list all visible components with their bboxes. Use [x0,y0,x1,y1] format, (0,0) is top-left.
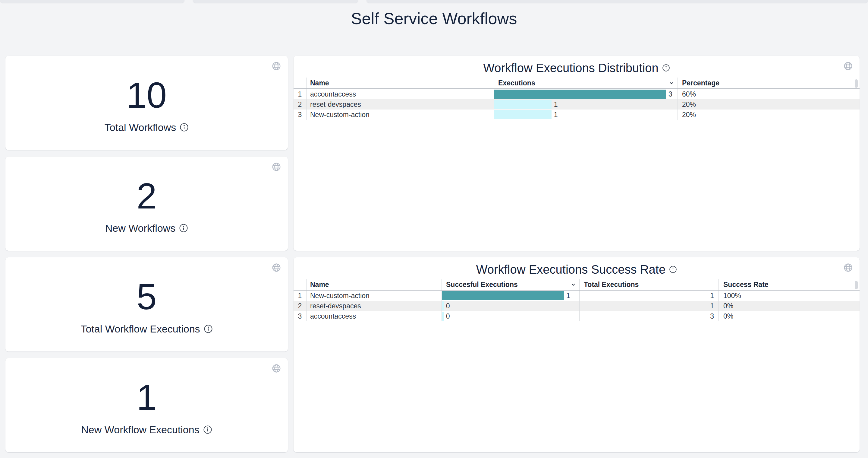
cell-total-executions: 3 [579,311,718,321]
page-title: Self Service Workflows [0,0,868,28]
cell-name: accountaccess [306,89,494,99]
cell-percentage: 60% [678,89,860,99]
header-percentage[interactable]: Percentage [678,78,860,88]
cell-percentage: 20% [678,99,860,110]
bar-value: 0 [446,312,450,320]
header-name[interactable]: Name [306,279,441,290]
info-icon[interactable] [203,425,212,434]
cell-total-executions: 1 [579,301,718,311]
bar-value: 1 [554,101,558,109]
stat-value: 5 [136,279,157,315]
cell-successful-bar: 1 [441,290,579,301]
info-icon[interactable] [204,324,213,334]
table-row[interactable]: 2 reset-devspaces 0 1 0% [293,301,860,311]
globe-icon[interactable] [843,263,853,273]
header-executions[interactable]: Executions [494,78,678,88]
info-icon[interactable] [669,265,677,274]
stat-label: New Workflows [105,222,176,234]
row-number: 3 [293,110,306,120]
table-card-executions-distribution: Workflow Executions Distribution Name Ex… [293,56,860,251]
bar-value: 3 [669,90,673,98]
stat-card-new-workflow-executions: 1 New Workflow Executions [5,358,288,452]
stat-label: Total Workflows [104,122,176,133]
stat-value: 1 [136,379,157,416]
cell-total-executions: 1 [579,290,718,301]
chevron-down-icon [669,80,675,86]
cell-executions-bar: 3 [494,89,678,99]
row-number: 3 [293,311,306,321]
executions-distribution-table: Name Executions Percentage 1 accountacce… [293,78,860,120]
cell-success-rate: 100% [718,290,860,301]
cell-success-rate: 0% [718,311,860,321]
table-header-row: Name Succesful Executions Total Executio… [293,279,860,290]
row-number: 1 [293,89,306,99]
table-title: Workflow Executions Distribution [483,61,658,75]
table-row[interactable]: 1 accountaccess 3 60% [293,89,860,99]
cell-name: New-custom-action [306,290,441,301]
cell-name: accountaccess [306,311,441,321]
info-icon[interactable] [179,224,188,233]
info-icon[interactable] [662,64,670,72]
chevron-down-icon [570,282,576,288]
execution-bar [494,90,666,99]
cell-successful-bar: 0 [441,311,579,321]
cell-executions-bar: 1 [494,99,678,110]
stat-value: 10 [127,77,167,113]
header-success-rate[interactable]: Success Rate [718,279,860,290]
row-number: 2 [293,99,306,110]
stat-card-total-workflows: 10 Total Workflows [5,56,288,150]
cell-success-rate: 0% [718,301,860,311]
bar-value: 1 [566,292,570,300]
cell-percentage: 20% [678,110,860,120]
globe-icon[interactable] [272,162,281,172]
stat-label: Total Workflow Executions [81,323,200,335]
header-row-number [293,279,306,290]
bar-value: 1 [554,111,558,119]
bar-value: 0 [446,302,450,310]
stats-column: 10 Total Workflows 2 New Workflows [5,56,288,452]
table-card-executions-success-rate: Workflow Executions Success Rate Name Su… [293,257,860,452]
execution-bar [442,291,564,300]
globe-icon[interactable] [272,61,281,71]
table-scrollbar-thumb[interactable] [855,281,858,289]
cell-name: reset-devspaces [306,99,494,110]
stat-card-total-workflow-executions: 5 Total Workflow Executions [5,257,288,351]
dashboard-content: 10 Total Workflows 2 New Workflows [5,56,860,452]
execution-bar [494,100,552,109]
stat-label: New Workflow Executions [81,424,199,436]
executions-success-rate-table: Name Succesful Executions Total Executio… [293,279,860,321]
cell-successful-bar: 0 [441,301,579,311]
self-service-workflows-dashboard: Self Service Workflows 10 Total Workflow… [0,0,868,458]
scrolled-card-remnant [0,0,184,3]
globe-icon[interactable] [272,364,281,373]
scrolled-card-remnant [367,0,868,3]
row-number: 2 [293,301,306,311]
header-total-executions[interactable]: Total Executions [579,279,718,290]
cell-name: reset-devspaces [306,301,441,311]
table-scrollbar-thumb[interactable] [855,79,858,88]
execution-bar [442,302,444,311]
stat-card-new-workflows: 2 New Workflows [5,156,288,251]
cell-executions-bar: 1 [494,110,678,120]
stat-value: 2 [136,178,157,214]
tables-column: Workflow Executions Distribution Name Ex… [293,56,860,452]
table-row[interactable]: 1 New-custom-action 1 1 100% [293,290,860,301]
scrolled-card-remnant [193,0,358,3]
table-header-row: Name Executions Percentage [293,78,860,89]
cell-name: New-custom-action [306,110,494,120]
header-name[interactable]: Name [306,78,494,88]
row-number: 1 [293,290,306,301]
table-title: Workflow Executions Success Rate [476,263,665,276]
table-row[interactable]: 3 accountaccess 0 3 0% [293,311,860,321]
execution-bar [442,312,444,321]
table-row[interactable]: 2 reset-devspaces 1 20% [293,99,860,110]
header-successful-executions[interactable]: Succesful Executions [441,279,579,290]
execution-bar [494,110,552,119]
header-row-number [293,78,306,88]
globe-icon[interactable] [272,263,281,273]
table-row[interactable]: 3 New-custom-action 1 20% [293,110,860,120]
info-icon[interactable] [180,123,189,132]
globe-icon[interactable] [843,61,853,71]
